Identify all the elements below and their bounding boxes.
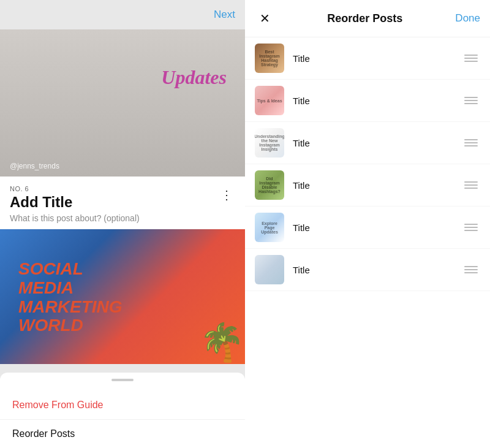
- thumb-text: Explore Page Updates: [255, 213, 284, 242]
- post-list-item[interactable]: Title: [245, 249, 490, 291]
- thumb-text: Tips & Ideas: [255, 86, 284, 115]
- post-list-item[interactable]: Best Instagram Hashtag Strategy Title: [245, 37, 490, 80]
- post-list-item[interactable]: Understanding the New Instagram Insights…: [245, 122, 490, 164]
- thumb-text: [255, 255, 284, 284]
- hero-person: [0, 29, 245, 177]
- post-meta-left: NO. 6 Add Title What is this post about?…: [10, 185, 140, 223]
- post-subtitle: What is this post about? (optional): [10, 213, 140, 223]
- drag-handle-icon[interactable]: [462, 52, 480, 64]
- next-button[interactable]: Next: [214, 9, 235, 21]
- post-title: Add Title: [10, 194, 140, 211]
- social-media-text: SOCIALMEDIAMARKETINGWORLD: [18, 260, 123, 335]
- sheet-handle: [111, 379, 134, 381]
- post-thumbnail: [255, 255, 284, 284]
- post-item-title: Title: [293, 265, 462, 275]
- post-item-title: Title: [293, 53, 462, 64]
- post-thumbnail: Did Instagram Disable Hashtags?: [255, 170, 284, 200]
- post-thumbnail: Tips & Ideas: [255, 86, 284, 115]
- panel-title: Reorder Posts: [327, 12, 402, 25]
- post-item-title: Title: [293, 138, 462, 148]
- post-item-title: Title: [293, 180, 462, 191]
- post-list-item[interactable]: Explore Page Updates Title: [245, 207, 490, 249]
- reorder-posts-button[interactable]: Reorder Posts: [0, 419, 245, 448]
- thumb-text: Did Instagram Disable Hashtags?: [255, 170, 284, 200]
- right-panel: ✕ Reorder Posts Done Best Instagram Hash…: [245, 0, 490, 448]
- more-options-button[interactable]: ⋮: [218, 185, 235, 205]
- close-icon[interactable]: ✕: [255, 9, 274, 28]
- post-thumbnail: Explore Page Updates: [255, 213, 284, 242]
- instagram-handle: @jenns_trends: [10, 162, 59, 170]
- drag-handle-icon[interactable]: [462, 137, 480, 149]
- updates-text: Updates: [161, 66, 227, 89]
- post-number: NO. 6: [10, 185, 140, 192]
- post-item-title: Title: [293, 96, 462, 106]
- palm-icon: 🌴: [199, 321, 245, 364]
- done-button[interactable]: Done: [455, 12, 480, 25]
- post-meta-section: NO. 6 Add Title What is this post about?…: [0, 177, 245, 229]
- drag-handle-icon[interactable]: [462, 221, 480, 233]
- post-list-item[interactable]: Did Instagram Disable Hashtags? Title: [245, 164, 490, 207]
- bottom-sheet: Remove From Guide Reorder Posts: [0, 373, 245, 448]
- post-list-item[interactable]: Tips & Ideas Title: [245, 80, 490, 122]
- post-thumbnail: Understanding the New Instagram Insights: [255, 128, 284, 158]
- post-list: Best Instagram Hashtag Strategy Title Ti…: [245, 37, 490, 448]
- right-header: ✕ Reorder Posts Done: [245, 0, 490, 37]
- thumb-text: Best Instagram Hashtag Strategy: [255, 44, 284, 73]
- post-item-title: Title: [293, 222, 462, 233]
- post-thumbnail: Best Instagram Hashtag Strategy: [255, 44, 284, 73]
- hero-image: Updates @jenns_trends: [0, 29, 245, 177]
- remove-from-guide-button[interactable]: Remove From Guide: [0, 391, 245, 419]
- second-post-image: SOCIALMEDIAMARKETINGWORLD 🌴: [0, 229, 245, 364]
- thumb-text: Understanding the New Instagram Insights: [255, 128, 284, 158]
- left-header: Next: [0, 0, 245, 29]
- drag-handle-icon[interactable]: [462, 94, 480, 107]
- left-panel: Next Updates @jenns_trends NO. 6 Add Tit…: [0, 0, 245, 448]
- drag-handle-icon[interactable]: [462, 264, 480, 276]
- drag-handle-icon[interactable]: [462, 179, 480, 191]
